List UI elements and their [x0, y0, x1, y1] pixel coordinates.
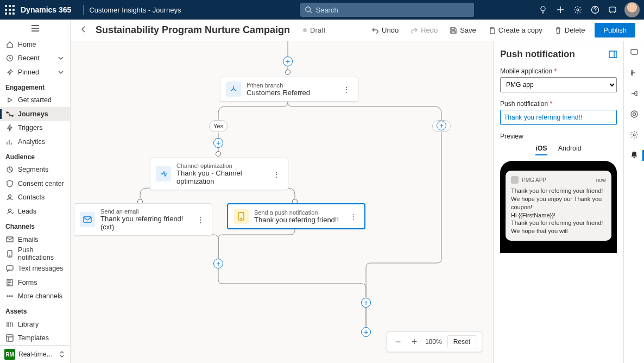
nav-triggers[interactable]: Triggers	[0, 121, 70, 135]
nav-library[interactable]: Library	[0, 317, 70, 331]
svg-rect-34	[609, 51, 617, 58]
node-more-icon[interactable]: ⋮	[271, 170, 282, 178]
optimization-subtitle: Channel optimization	[176, 162, 266, 169]
nav-text[interactable]: Text messages	[0, 261, 70, 276]
node-more-icon[interactable]: ⋮	[341, 85, 352, 93]
nav-library-label: Library	[18, 321, 39, 328]
optimization-node[interactable]: Channel optimizationThank you - Channel …	[150, 158, 288, 190]
tab-ios[interactable]: iOS	[535, 145, 547, 155]
bell-icon[interactable]	[629, 150, 640, 161]
svg-rect-3	[5, 9, 7, 11]
svg-rect-14	[609, 7, 616, 12]
status-label: Draft	[310, 26, 325, 34]
zoom-reset-button[interactable]: Reset	[447, 335, 476, 348]
goal-icon[interactable]	[629, 109, 640, 120]
svg-rect-24	[7, 266, 13, 270]
wait-node	[216, 151, 221, 157]
branch-node[interactable]: If/then branchCustomers Referred ⋮	[220, 77, 358, 102]
nav-recent[interactable]: Recent	[0, 51, 70, 65]
nav-emails-label: Emails	[18, 236, 39, 243]
nav-segments[interactable]: Segments	[0, 163, 70, 177]
nav-home[interactable]: Home	[0, 37, 70, 52]
push-lookup[interactable]: Thank you referring friend!!	[500, 110, 617, 125]
app-field-label: Mobile application *	[500, 67, 617, 75]
copy-label: Create a copy	[498, 26, 542, 34]
back-button[interactable]	[79, 25, 88, 35]
svg-rect-29	[7, 335, 13, 341]
copy-button[interactable]: Create a copy	[486, 24, 545, 36]
svg-rect-2	[12, 5, 15, 7]
help-icon[interactable]	[586, 1, 604, 18]
tab-android[interactable]: Android	[558, 145, 582, 155]
nav-journeys[interactable]: Journeys	[0, 107, 70, 121]
nav-push[interactable]: Push notifications	[0, 246, 70, 261]
lightbulb-icon[interactable]	[534, 1, 552, 18]
nav-consent-label: Consent center	[18, 180, 64, 187]
push-node[interactable]: Send a push notificationThank you referr…	[227, 203, 365, 229]
nav-more-channels[interactable]: More channels	[0, 289, 70, 303]
add-step-button[interactable]: +	[437, 121, 446, 130]
templates-icon	[5, 334, 14, 342]
journey-canvas[interactable]: + If/then branchCustomers Referred ⋮ Yes…	[71, 41, 493, 363]
settings-icon[interactable]	[569, 1, 586, 18]
user-avatar[interactable]	[624, 2, 640, 17]
svg-point-28	[11, 296, 12, 297]
copilot-icon[interactable]	[629, 47, 640, 58]
nav-group-audience: Audience	[0, 149, 70, 163]
save-button[interactable]: Save	[447, 24, 478, 36]
enter-icon[interactable]	[629, 67, 640, 78]
nav-more-channels-label: More channels	[18, 292, 62, 300]
delete-button[interactable]: Delete	[552, 24, 588, 36]
add-step-button[interactable]: +	[361, 298, 371, 308]
trigger-icon	[5, 124, 14, 132]
assistant-icon[interactable]	[604, 1, 621, 18]
chevron-down-icon	[56, 68, 65, 76]
nav-leads-label: Leads	[18, 208, 36, 215]
clock-icon	[5, 54, 14, 62]
nav-forms[interactable]: Forms	[0, 276, 70, 290]
nav-pinned[interactable]: Pinned	[0, 65, 70, 79]
undo-button[interactable]: Undo	[369, 24, 401, 36]
app-name-label: Customer Insights - Journeys	[89, 6, 181, 14]
app-launcher-icon[interactable]	[4, 4, 15, 15]
add-step-button[interactable]: +	[283, 57, 293, 66]
nav-get-started[interactable]: Get started	[0, 93, 70, 108]
redo-button[interactable]: Redo	[408, 24, 440, 36]
area-switcher[interactable]: RM Real-time marketi...	[0, 345, 70, 363]
email-node[interactable]: Send an emailThank you referring friend!…	[74, 203, 212, 236]
node-more-icon[interactable]: ⋮	[348, 212, 359, 221]
branch-subtitle: If/then branch	[247, 82, 310, 89]
push-lookup-value: Thank you referring friend!!	[504, 114, 582, 121]
expand-icon[interactable]	[609, 51, 617, 59]
gear-icon[interactable]	[629, 129, 640, 140]
publish-button[interactable]: Publish	[595, 23, 635, 37]
svg-rect-35	[631, 49, 637, 54]
nav-analytics[interactable]: Analytics	[0, 135, 70, 149]
exit-icon[interactable]	[629, 88, 640, 99]
svg-rect-30	[490, 29, 495, 34]
zoom-in-button[interactable]: +	[409, 336, 420, 348]
notif-timestamp: now	[596, 177, 606, 183]
wait-node	[285, 70, 291, 75]
nav-contacts[interactable]: Contacts	[0, 191, 70, 205]
add-icon[interactable]	[552, 1, 569, 18]
zoom-out-button[interactable]: −	[393, 336, 403, 348]
nav-consent[interactable]: Consent center	[0, 177, 70, 191]
node-more-icon[interactable]: ⋮	[195, 216, 206, 224]
area-badge: RM	[4, 349, 15, 360]
app-select[interactable]: PMG app	[500, 77, 617, 92]
nav-leads[interactable]: Leads	[0, 204, 70, 218]
nav-collapse-button[interactable]	[0, 20, 70, 37]
add-step-button[interactable]: +	[213, 138, 223, 148]
play-icon	[5, 96, 14, 104]
area-label: Real-time marketi...	[18, 351, 54, 358]
nav-templates[interactable]: Templates	[0, 331, 70, 345]
nav-emails[interactable]: Emails	[0, 233, 70, 247]
pin-icon	[5, 68, 14, 76]
redo-label: Redo	[421, 26, 438, 34]
main-area: Sustainability Program Nurture Campaign …	[71, 20, 644, 363]
publish-label: Publish	[603, 26, 627, 34]
global-search[interactable]: Search	[300, 3, 474, 17]
add-step-button[interactable]: +	[361, 327, 371, 337]
add-step-button[interactable]: +	[213, 259, 223, 268]
